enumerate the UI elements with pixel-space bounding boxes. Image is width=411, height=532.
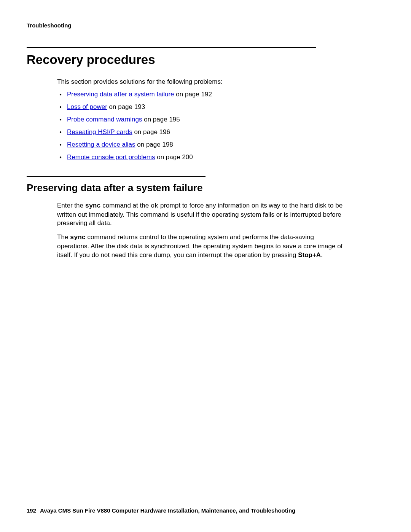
page-number: 192 (27, 507, 36, 514)
list-item: Loss of power on page 193 (57, 103, 384, 112)
main-heading: Recovery procedures (27, 53, 384, 67)
list-item: Resetting a device alias on page 198 (57, 141, 384, 149)
page-footer: 192Avaya CMS Sun Fire V880 Computer Hard… (27, 507, 295, 514)
topic-link-loss-of-power[interactable]: Loss of power (67, 103, 107, 110)
body-paragraph-2: The sync command returns control to the … (57, 233, 346, 260)
page-ref: on page 193 (107, 103, 145, 110)
code-sync: sync (85, 202, 101, 209)
list-item: Reseating HSI/P cards on page 196 (57, 128, 384, 137)
topic-link-probe-warnings[interactable]: Probe command warnings (67, 116, 142, 123)
text-run: The (57, 233, 70, 241)
sub-heading: Preserving data after a system failure (27, 182, 384, 194)
code-sync: sync (70, 234, 86, 241)
code-ok: ok (151, 202, 158, 209)
list-item: Remote console port problems on page 200 (57, 153, 384, 162)
horizontal-rule-mid (27, 176, 206, 177)
page-ref: on page 198 (135, 141, 173, 148)
running-header: Troubleshooting (27, 22, 384, 29)
list-item: Probe command warnings on page 195 (57, 115, 384, 124)
document-page: Troubleshooting Recovery procedures This… (0, 0, 411, 532)
horizontal-rule-top (27, 47, 316, 48)
text-run: command at the (101, 202, 151, 209)
topic-list: Preserving data after a system failure o… (57, 90, 384, 162)
text-run: Enter the (57, 202, 85, 209)
page-ref: on page 200 (155, 153, 193, 161)
text-run: . (321, 251, 323, 259)
intro-paragraph: This section provides solutions for the … (57, 78, 384, 86)
topic-link-reseating-hsip[interactable]: Reseating HSI/P cards (67, 128, 132, 136)
topic-link-resetting-alias[interactable]: Resetting a device alias (67, 141, 135, 148)
topic-link-remote-console[interactable]: Remote console port problems (67, 153, 155, 161)
page-ref: on page 196 (132, 128, 170, 136)
key-combo: Stop+A (298, 251, 321, 259)
page-ref: on page 195 (142, 116, 180, 123)
list-item: Preserving data after a system failure o… (57, 90, 384, 99)
page-ref: on page 192 (174, 91, 212, 98)
footer-title: Avaya CMS Sun Fire V880 Computer Hardwar… (40, 507, 295, 514)
topic-link-preserving-data[interactable]: Preserving data after a system failure (67, 91, 174, 98)
body-paragraph-1: Enter the sync command at the ok prompt … (57, 201, 346, 228)
